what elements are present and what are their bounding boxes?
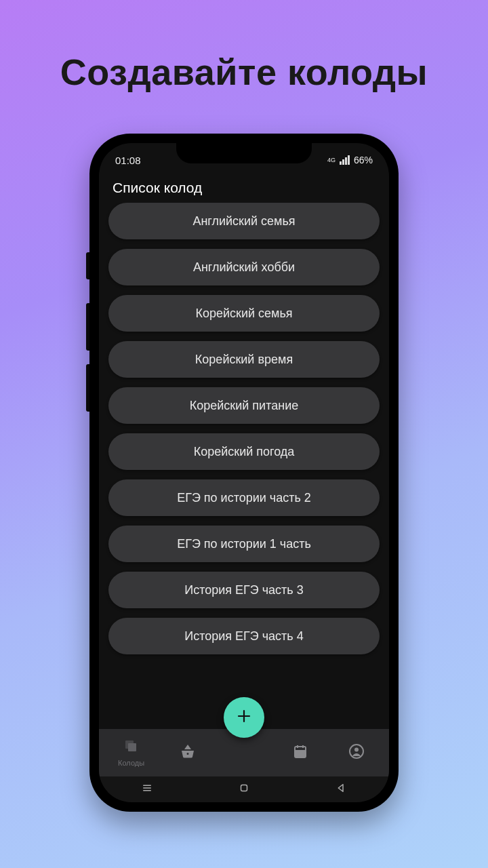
marketing-headline: Создавайте колоды bbox=[60, 51, 428, 93]
deck-label: ЕГЭ по истории часть 2 bbox=[177, 491, 311, 505]
deck-item[interactable]: ЕГЭ по истории 1 часть bbox=[108, 526, 380, 562]
deck-item[interactable]: Английский хобби bbox=[108, 249, 380, 285]
recent-apps-icon[interactable] bbox=[141, 782, 153, 797]
nav-decks-label: Колоды bbox=[118, 759, 144, 767]
svg-rect-14 bbox=[241, 785, 247, 791]
back-icon[interactable] bbox=[335, 782, 347, 797]
deck-label: Английский хобби bbox=[193, 260, 295, 275]
person-icon bbox=[348, 743, 365, 762]
deck-label: История ЕГЭ часть 4 bbox=[184, 629, 304, 644]
deck-item[interactable]: ЕГЭ по истории часть 2 bbox=[108, 479, 380, 516]
deck-label: Корейский семья bbox=[195, 307, 292, 321]
signal-icon bbox=[340, 155, 350, 165]
nav-calendar[interactable] bbox=[272, 743, 329, 762]
phone-volume-up bbox=[86, 303, 89, 351]
status-time: 01:08 bbox=[115, 155, 141, 166]
plus-icon bbox=[236, 708, 252, 727]
nav-decks[interactable]: Колоды bbox=[103, 738, 159, 767]
deck-item[interactable]: Корейский погода bbox=[108, 433, 380, 470]
phone-screen: 01:08 4G 66% Список колод Английский сем… bbox=[99, 143, 389, 802]
phone-volume-down bbox=[86, 364, 89, 412]
deck-label: Английский семья bbox=[192, 214, 295, 229]
svg-rect-3 bbox=[128, 743, 136, 751]
basket-icon bbox=[180, 743, 196, 762]
nav-store[interactable] bbox=[159, 743, 216, 762]
cards-stack-icon bbox=[123, 738, 140, 757]
deck-item[interactable]: Корейский семья bbox=[108, 295, 380, 332]
deck-label: История ЕГЭ часть 3 bbox=[184, 583, 304, 597]
phone-side-button bbox=[86, 252, 89, 279]
deck-item[interactable]: Корейский питание bbox=[108, 387, 380, 424]
deck-label: Корейский питание bbox=[190, 399, 298, 413]
system-nav-bar bbox=[99, 776, 389, 802]
deck-label: ЕГЭ по истории 1 часть bbox=[177, 537, 311, 551]
svg-point-10 bbox=[354, 748, 359, 752]
network-indicator: 4G bbox=[327, 157, 336, 163]
phone-notch bbox=[176, 143, 312, 163]
home-icon[interactable] bbox=[238, 782, 250, 797]
calendar-icon bbox=[292, 743, 308, 762]
nav-profile[interactable] bbox=[329, 743, 385, 762]
deck-label: Корейский время bbox=[195, 353, 293, 367]
phone-mockup: 01:08 4G 66% Список колод Английский сем… bbox=[89, 134, 399, 812]
page-title: Список колод bbox=[113, 180, 202, 195]
deck-item[interactable]: История ЕГЭ часть 4 bbox=[108, 618, 380, 654]
add-deck-button[interactable] bbox=[224, 697, 264, 738]
deck-item[interactable]: Корейский время bbox=[108, 341, 380, 378]
battery-percentage: 66% bbox=[354, 155, 373, 165]
app-bar: Список колод bbox=[99, 172, 389, 203]
deck-label: Корейский погода bbox=[194, 445, 295, 459]
deck-item[interactable]: История ЕГЭ часть 3 bbox=[108, 572, 380, 608]
deck-item[interactable]: Английский семья bbox=[108, 203, 380, 239]
